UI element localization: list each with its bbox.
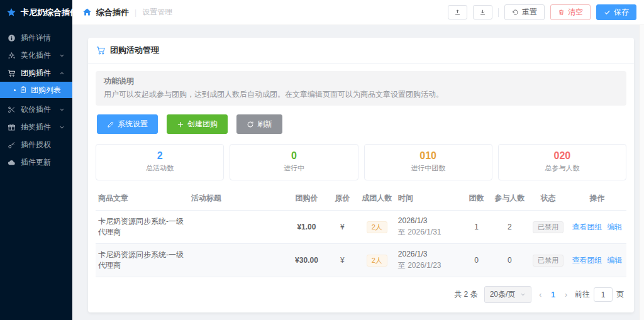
sidebar-item-label: 团购列表 (31, 85, 61, 96)
cell-time: 2026/1/3 至 2026/1/31 (396, 211, 462, 244)
time-start: 2026/1/3 (398, 216, 460, 225)
page-title: 团购活动管理 (110, 45, 159, 56)
pagination: 共 2 条 20条/页 ‹ 1 › 前往 页 (96, 277, 626, 304)
info-icon (8, 34, 16, 42)
upload-icon (454, 9, 461, 16)
cell-original-price: ¥ (326, 244, 358, 277)
table-header-row: 商品文章 活动标题 团购价 原价 成团人数 时间 团数 参与人数 状态 操作 (96, 187, 626, 211)
sidebar-item-label: 插件详情 (21, 33, 51, 43)
goto-page: 前往 页 (575, 287, 624, 302)
stat-label: 总活动数 (96, 163, 223, 173)
page-size-value: 20条/页 (490, 289, 516, 300)
save-label: 保存 (614, 8, 629, 16)
stat-label: 总参与人数 (499, 163, 626, 173)
refresh-button[interactable]: 刷新 (236, 114, 282, 134)
cell-article: 卡尼奶资源同步系统-一级代理商 (96, 211, 189, 244)
clipboard-icon (19, 86, 27, 94)
export-button[interactable] (448, 5, 467, 19)
save-button[interactable]: 保存 (596, 4, 636, 20)
table-row: 卡尼奶资源同步系统-一级代理商 ¥30.00 ¥ 2人 2026/1/3 至 2… (96, 244, 626, 277)
system-settings-button[interactable]: 系统设置 (97, 114, 158, 134)
clear-label: 清空 (568, 8, 583, 16)
edit-link[interactable]: 编辑 (608, 223, 623, 231)
view-groups-link[interactable]: 查看团组 (572, 256, 602, 265)
cell-actions: 查看团组编辑 (568, 244, 626, 277)
breadcrumb-separator: | (135, 8, 136, 17)
cart-icon (8, 69, 16, 77)
reset-button[interactable]: 重置 (504, 4, 545, 20)
edit-link[interactable]: 编辑 (608, 256, 623, 265)
scrollbar-track[interactable] (639, 25, 644, 320)
page-content: 团购活动管理 功能说明 用户可以发起或参与团购，达到成团人数后自动成团。在文章编… (72, 25, 644, 312)
cell-participants: 2 (491, 211, 528, 244)
sparkles-icon (8, 52, 16, 60)
cell-activity-title (189, 211, 287, 244)
stat-label: 进行中团数 (365, 163, 492, 173)
card-header: 团购活动管理 (88, 38, 634, 63)
table-row: 卡尼奶资源同步系统-一级代理商 ¥1.00 ¥ 2人 2026/1/3 至 20… (96, 211, 626, 244)
col-groups: 团数 (462, 187, 491, 211)
sidebar-item-label: 团购插件 (21, 68, 51, 79)
stat-value: 2 (96, 150, 223, 162)
reset-label: 重置 (522, 8, 537, 16)
chevron-down-icon (59, 124, 65, 130)
col-activity-title: 活动标题 (189, 187, 287, 211)
sidebar-item-beautify-plugin[interactable]: 美化插件 (0, 47, 72, 64)
view-groups-link[interactable]: 查看团组 (572, 223, 602, 231)
sidebar-item-bargain-plugin[interactable]: 砍价插件 (0, 101, 72, 118)
goto-page-input[interactable] (594, 287, 613, 302)
stat-label: 进行中 (230, 163, 357, 173)
group-size-badge: 2人 (367, 255, 387, 267)
cell-activity-title (189, 244, 287, 277)
col-original-price: 原价 (326, 187, 358, 211)
current-page[interactable]: 1 (549, 290, 557, 299)
breadcrumb-secondary[interactable]: 设置管理 (142, 7, 172, 18)
col-group-price: 团购价 (287, 187, 326, 211)
stat-active-groups: 010 进行中团数 (364, 144, 492, 180)
app-logo: 卡尼奶综合插件 (0, 0, 72, 25)
stat-total-activities: 2 总活动数 (96, 144, 224, 180)
download-icon (479, 9, 486, 16)
reset-icon (512, 9, 519, 16)
prev-page-button[interactable]: ‹ (538, 290, 543, 299)
check-icon (604, 9, 611, 16)
cell-participants: 0 (491, 244, 528, 277)
scissors-icon (8, 106, 16, 114)
create-groupbuy-label: 创建团购 (187, 120, 218, 128)
sidebar-item-plugin-details[interactable]: 插件详情 (0, 29, 72, 47)
home-icon (82, 8, 92, 17)
sidebar-item-groupbuy-list[interactable]: 团购列表 (0, 82, 72, 98)
header-actions: 重置 清空 保存 (448, 4, 636, 20)
groupbuy-table: 商品文章 活动标题 团购价 原价 成团人数 时间 团数 参与人数 状态 操作 (96, 187, 626, 277)
time-end: 至 2026/1/31 (398, 227, 460, 238)
sidebar-item-lottery-plugin[interactable]: 抽奖插件 (0, 118, 72, 136)
page-size-select[interactable]: 20条/页 (484, 286, 532, 303)
cloud-icon (8, 158, 16, 167)
trash-icon (558, 9, 565, 16)
sidebar-item-groupbuy-plugin[interactable]: 团购插件 (0, 64, 72, 82)
goto-prefix: 前往 (575, 289, 590, 300)
edit-icon (107, 121, 114, 128)
cell-status: 已禁用 (528, 244, 568, 277)
cart-icon (96, 46, 106, 55)
bullet-dot-icon (14, 89, 16, 91)
next-page-button[interactable]: › (564, 290, 569, 299)
gift-icon (8, 123, 16, 131)
main-area: 综合插件 | 设置管理 重置 (72, 0, 644, 320)
stat-cards: 2 总活动数 0 进行中 010 进行中团数 020 总参与人数 (96, 144, 626, 180)
stat-value: 0 (230, 150, 357, 162)
function-notice: 功能说明 用户可以发起或参与团购，达到成团人数后自动成团。在文章编辑页面可以为商… (96, 71, 626, 106)
clear-button[interactable]: 清空 (550, 4, 591, 20)
chevron-up-icon (59, 70, 65, 76)
sidebar-item-plugin-update[interactable]: 插件更新 (0, 153, 72, 171)
chevron-down-icon (59, 53, 65, 58)
sidebar-item-plugin-license[interactable]: 插件授权 (0, 136, 72, 153)
import-button[interactable] (473, 5, 492, 19)
col-time: 时间 (396, 187, 462, 211)
star-icon (6, 8, 16, 18)
create-groupbuy-button[interactable]: 创建团购 (167, 114, 228, 134)
stat-value: 020 (499, 150, 626, 162)
time-end: 至 2026/1/23 (398, 260, 460, 271)
breadcrumb-primary[interactable]: 综合插件 (96, 7, 129, 18)
chevron-down-icon (59, 107, 65, 113)
